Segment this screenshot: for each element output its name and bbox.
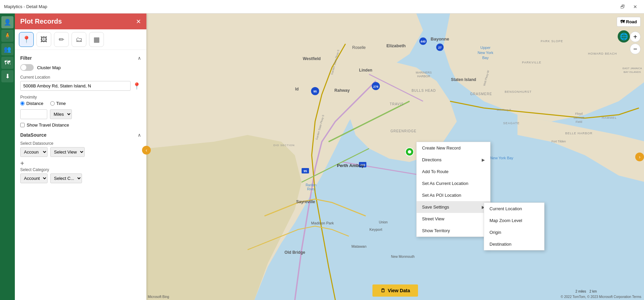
context-menu: Create New Record Directions ▶ Add To Ro… xyxy=(416,142,491,237)
zoom-in-button[interactable]: + xyxy=(630,31,641,42)
svg-text:Sayreville: Sayreville xyxy=(296,199,315,204)
ctx-create-new-record[interactable]: Create New Record xyxy=(417,142,490,154)
sidebar-download-icon[interactable]: ⬇ xyxy=(1,70,13,82)
tab-table[interactable]: ▦ xyxy=(89,32,104,47)
svg-text:Westfield: Westfield xyxy=(303,56,320,61)
distance-radio[interactable]: Distance xyxy=(20,101,44,106)
svg-point-59 xyxy=(408,150,411,154)
svg-text:EAST JAMAICA: EAST JAMAICA xyxy=(622,67,642,70)
pin-button[interactable]: 📍 xyxy=(133,82,141,90)
location-input[interactable] xyxy=(20,81,131,91)
add-datasource-button[interactable]: + xyxy=(20,160,24,167)
tab-edit[interactable]: ✏ xyxy=(54,32,69,47)
filter-section-header: Filter ∧ xyxy=(20,55,141,61)
datasource-collapse-button[interactable]: ∧ xyxy=(138,132,141,138)
close-button[interactable]: ✕ xyxy=(631,3,640,11)
svg-text:95: 95 xyxy=(304,169,307,173)
ctx-add-to-route[interactable]: Add To Route xyxy=(417,166,490,178)
svg-text:Field: Field xyxy=(576,120,582,124)
distance-input[interactable] xyxy=(20,109,47,119)
sub-origin[interactable]: Origin xyxy=(484,226,544,238)
select-datasource-label: Select Datasource xyxy=(20,141,141,146)
map-attribution: © 2022 TomTom, © 2023 Microsoft Corporat… xyxy=(561,295,641,299)
svg-text:Raritan: Raritan xyxy=(306,183,316,187)
scale-bar: 2 miles 2 km xyxy=(576,290,597,293)
panel-collapse-button[interactable]: ‹ xyxy=(142,146,151,155)
datasource-row: Accoun Account Select View xyxy=(20,147,141,157)
panel-close-button[interactable]: ✕ xyxy=(136,18,141,25)
cluster-map-toggle[interactable] xyxy=(20,64,34,71)
scale-km: 2 km xyxy=(589,290,597,293)
sub-destination[interactable]: Destination xyxy=(484,238,544,250)
map-type-button[interactable]: 🗺 Road xyxy=(617,17,641,27)
tab-layers[interactable]: 🗂 xyxy=(72,32,86,47)
ctx-set-poi-location[interactable]: Set As POI Location xyxy=(417,189,490,201)
right-expand-button[interactable]: › xyxy=(635,153,644,161)
svg-text:TRAVIS: TRAVIS xyxy=(390,102,403,106)
tab-row: 📍 🖼 ✏ 🗂 ▦ xyxy=(15,29,146,50)
filter-collapse-button[interactable]: ∧ xyxy=(138,55,141,61)
show-travel-label: Show Travel Distance xyxy=(27,122,69,128)
svg-text:Roselle: Roselle xyxy=(352,45,366,50)
svg-text:Madison Park: Madison Park xyxy=(311,221,334,225)
time-radio[interactable]: Time xyxy=(50,101,66,106)
sub-origin-label: Origin xyxy=(489,230,501,235)
ctx-set-current-location[interactable]: Set As Current Location xyxy=(417,178,490,189)
sidebar-group-icon[interactable]: 👥 xyxy=(1,43,13,55)
ctx-directions[interactable]: Directions ▶ xyxy=(417,154,490,166)
ctx-show-territory[interactable]: Show Territory xyxy=(417,225,490,237)
sidebar-user-icon[interactable]: 👤 xyxy=(1,16,13,28)
svg-text:ld: ld xyxy=(295,87,299,91)
sidebar-map-icon[interactable]: 🗺 xyxy=(1,57,13,69)
time-label: Time xyxy=(56,101,66,106)
svg-text:River: River xyxy=(307,187,315,191)
app-title: Maplytics - Detail Map xyxy=(4,4,618,9)
svg-text:MARINERS: MARINERS xyxy=(416,71,432,74)
svg-text:GRASMERE: GRASMERE xyxy=(470,92,492,96)
ctx-set-poi-label: Set As POI Location xyxy=(422,193,461,198)
svg-text:New York: New York xyxy=(478,51,494,55)
show-travel-checkbox[interactable] xyxy=(20,123,25,127)
sidebar-person-icon[interactable]: 🧍 xyxy=(1,30,13,42)
panel-header: Plot Records ✕ xyxy=(15,13,146,29)
svg-text:BULLS HEAD: BULLS HEAD xyxy=(412,89,436,92)
tab-image[interactable]: 🖼 xyxy=(36,32,51,47)
sub-map-zoom-level[interactable]: Map Zoom Level xyxy=(484,215,544,226)
ctx-street-view[interactable]: Street View xyxy=(417,213,490,225)
account-select[interactable]: Accoun Account xyxy=(20,147,48,157)
svg-text:Upper: Upper xyxy=(480,46,491,50)
panel-content: Filter ∧ Cluster Map Current Location 📍 … xyxy=(15,50,146,300)
svg-text:HAMMEL: HAMMEL xyxy=(602,116,617,119)
view-data-button[interactable]: 🗒 View Data xyxy=(372,284,418,297)
svg-text:Keyport: Keyport xyxy=(369,227,382,231)
sub-current-location[interactable]: Current Location xyxy=(484,203,544,215)
svg-text:BAY ISLANDS: BAY ISLANDS xyxy=(623,71,641,74)
tab-location[interactable]: 📍 xyxy=(19,32,34,47)
svg-text:27: 27 xyxy=(438,46,442,49)
account-category-select[interactable]: Account xyxy=(20,173,48,183)
zoom-out-button[interactable]: − xyxy=(630,44,641,54)
titlebar: Maplytics - Detail Map 🗗 ✕ xyxy=(0,0,644,13)
view-data-label: View Data xyxy=(388,288,410,293)
svg-text:GREENRIDGE: GREENRIDGE xyxy=(390,129,416,133)
svg-text:Bennett: Bennett xyxy=(573,116,584,119)
map-type-icon: 🗺 xyxy=(620,19,625,24)
svg-text:95: 95 xyxy=(313,90,317,93)
svg-text:DIO SECTION: DIO SECTION xyxy=(273,144,295,147)
window-controls: 🗗 ✕ xyxy=(618,3,640,11)
svg-text:Floyd: Floyd xyxy=(575,112,583,115)
location-row: 📍 xyxy=(20,81,141,91)
map-svg: 278 95 440 27 440 95 Bayonne Elizabeth U… xyxy=(146,13,644,300)
select-c-select[interactable]: Select C... xyxy=(50,173,82,183)
ctx-save-settings[interactable]: Save Settings ▶ xyxy=(417,201,490,213)
cluster-map-row: Cluster Map xyxy=(20,64,141,71)
svg-text:PARK SLOPE: PARK SLOPE xyxy=(541,39,563,43)
globe-icon[interactable]: 🌐 xyxy=(618,30,630,43)
svg-text:Rahway: Rahway xyxy=(334,88,350,93)
select-view-select[interactable]: Select View xyxy=(50,147,85,157)
map-area[interactable]: 278 95 440 27 440 95 Bayonne Elizabeth U… xyxy=(146,13,644,300)
datasource-label: DataSource xyxy=(20,132,47,138)
restore-button[interactable]: 🗗 xyxy=(618,3,628,11)
svg-text:New Monmouth: New Monmouth xyxy=(391,255,415,258)
miles-select[interactable]: Miles Km xyxy=(50,109,72,119)
